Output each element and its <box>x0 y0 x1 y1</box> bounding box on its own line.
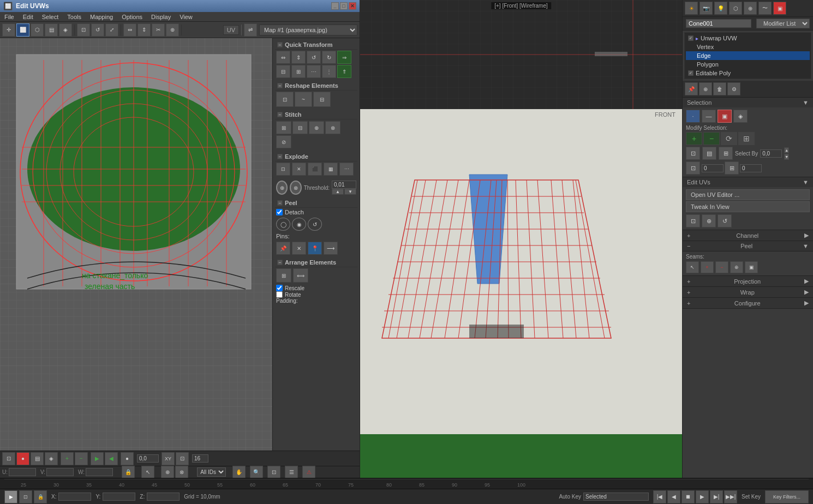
zoom-fit-btn[interactable]: ⊡ <box>267 466 280 478</box>
explode-collapse-btn[interactable]: − <box>277 154 283 159</box>
reshape-compact-btn[interactable]: ⊟ <box>313 92 331 107</box>
last-frame-btn[interactable]: ▶▶| <box>724 490 737 503</box>
uv-icon-3[interactable]: ↺ <box>718 214 732 227</box>
pointer-btn[interactable]: ↖ <box>141 466 154 478</box>
lock-btn[interactable]: 🔒 <box>122 466 135 478</box>
menu-select[interactable]: Select <box>38 13 63 21</box>
close-button[interactable]: ✕ <box>349 2 356 10</box>
ring-btn[interactable]: ⊞ <box>738 132 755 145</box>
sel-by-material-btn[interactable]: ▤ <box>702 147 716 160</box>
stitch-collapse-btn[interactable]: − <box>277 112 283 117</box>
mod-polygon[interactable]: Polygon <box>686 60 810 69</box>
pos-mode-btn[interactable]: ⊡ <box>19 490 32 503</box>
seam-btn-3[interactable]: − <box>715 261 728 273</box>
select-by-num-input[interactable] <box>760 149 782 158</box>
pin-btn-4[interactable]: ⟶ <box>324 242 338 255</box>
lock-sel-btn[interactable]: 🔒 <box>34 490 47 503</box>
edit-uvs-header[interactable]: Edit UVs ▼ <box>683 177 813 187</box>
element-mode-btn[interactable]: ◈ <box>59 23 72 37</box>
pin-btn-1[interactable]: 📌 <box>276 242 290 255</box>
explode-btn-5[interactable]: ⋯ <box>339 163 354 176</box>
sel-dot-btn[interactable]: · <box>686 110 700 123</box>
rescale-checkbox[interactable] <box>276 285 283 291</box>
pin-btn-3[interactable]: 📍 <box>308 242 322 255</box>
qt-align-h-btn[interactable]: ⇒ <box>337 51 351 64</box>
open-uv-editor-btn[interactable]: Open UV Editor ... <box>686 189 810 200</box>
break-btn[interactable]: ✂ <box>152 23 165 37</box>
snap-btn[interactable]: ⊡ <box>176 452 189 465</box>
peel-collapse-btn[interactable]: − <box>277 200 283 206</box>
element-sel-btn[interactable]: ◈ <box>45 452 58 465</box>
arrange-h-btn[interactable]: ⟺ <box>293 268 308 283</box>
qt-flip-v-btn[interactable]: ⇕ <box>291 51 306 64</box>
xy-mode-btn[interactable]: XY <box>162 452 175 465</box>
rotate-uv-btn[interactable]: ↺ <box>91 23 104 37</box>
scale-uv-btn[interactable]: ⤢ <box>105 23 118 37</box>
projection-header[interactable]: + Projection ▶ <box>683 276 813 286</box>
arrange-collapse-btn[interactable]: − <box>277 260 283 265</box>
all-ids-dropdown[interactable]: All IDs <box>197 467 226 477</box>
shrink-btn[interactable]: − <box>703 132 720 145</box>
minimize-button[interactable]: _ <box>331 2 339 10</box>
threshold-up-btn[interactable]: ▲ <box>332 189 344 195</box>
seam-btn-4[interactable]: ⊕ <box>730 261 743 273</box>
peel-header-uvw[interactable]: − Peel <box>275 199 357 208</box>
freeform-mode-btn[interactable]: ⊡ <box>77 23 90 37</box>
sel-extra-btn-2[interactable]: ⊞ <box>725 161 739 175</box>
stitch-btn-2[interactable]: ⊟ <box>292 121 308 134</box>
x-coord-input[interactable] <box>58 493 91 501</box>
threshold-down-btn[interactable]: ▼ <box>344 189 356 195</box>
qt-center-v-btn[interactable]: ⋮ <box>322 65 336 78</box>
move-tool-btn[interactable]: ✛ <box>2 23 15 37</box>
play-reverse-btn[interactable]: ◀ <box>667 490 680 503</box>
peel-main-header[interactable]: − Peel ▼ <box>683 241 813 251</box>
menu-options[interactable]: Options <box>117 13 147 21</box>
sel-by-color-btn[interactable]: ⊞ <box>719 147 733 160</box>
menu-tools[interactable]: Tools <box>63 13 86 21</box>
uv-switch-btn[interactable]: ⇌ <box>244 23 257 37</box>
configure-mod-btn[interactable]: ⚙ <box>727 82 740 95</box>
mod-editable-poly[interactable]: ✓ Editable Poly <box>686 69 810 77</box>
pin-btn-2[interactable]: ✕ <box>292 242 306 255</box>
peel-undo-btn[interactable]: ↺ <box>308 218 322 231</box>
explode-btn-4[interactable]: ▦ <box>324 163 338 176</box>
mod-vertex[interactable]: Vertex <box>686 43 810 51</box>
grow-sel-btn[interactable]: ▶ <box>91 452 104 465</box>
add-sel-btn[interactable]: + <box>61 452 74 465</box>
configure-header[interactable]: + Configure ▶ <box>683 298 813 308</box>
mirror-v-btn[interactable]: ⇕ <box>138 23 151 37</box>
object-name-input[interactable] <box>686 19 751 28</box>
seam-btn-2[interactable]: + <box>701 261 714 273</box>
peel-round-btn-1[interactable]: ◯ <box>276 218 290 231</box>
face-mode-btn[interactable]: ▤ <box>45 23 58 37</box>
sel-extra-btn-1[interactable]: ⊡ <box>686 161 700 175</box>
qt-shrink-btn[interactable]: ⊟ <box>276 65 290 78</box>
y-coord-input[interactable] <box>103 493 135 501</box>
system-btn[interactable]: ▣ <box>773 2 786 15</box>
select-mode-btn[interactable]: ⊡ <box>2 452 15 465</box>
remove-mod-btn[interactable]: 🗑 <box>713 82 726 95</box>
u-input[interactable] <box>9 468 36 476</box>
spacewarp-btn[interactable]: 〜 <box>758 2 772 15</box>
sel-num-1[interactable] <box>702 164 724 172</box>
seam-btn-1[interactable]: ↖ <box>686 261 699 273</box>
sel-num-2[interactable] <box>740 164 762 172</box>
explode-btn-1[interactable]: ⊡ <box>276 163 290 176</box>
reshape-header[interactable]: − Reshape Elements <box>275 81 357 91</box>
weld-circle-btn[interactable]: ⊕ <box>276 181 288 195</box>
helper-btn[interactable]: ⊕ <box>744 2 757 15</box>
sel-by-smooth-btn[interactable]: ⊡ <box>686 147 700 160</box>
v-input[interactable] <box>46 468 74 476</box>
menu-display[interactable]: Display <box>147 13 175 21</box>
explode-btn-2[interactable]: ✕ <box>292 163 306 176</box>
sel-line-btn[interactable]: — <box>702 110 716 123</box>
tweak-in-view-btn[interactable]: Tweak In View <box>686 201 810 212</box>
uv-icon-2[interactable]: ⊕ <box>702 214 716 227</box>
viewport-top[interactable]: [+] [Front] [Wireframe] <box>360 0 682 109</box>
sel-face-btn[interactable]: ▣ <box>718 110 732 123</box>
key-filters-btn[interactable]: Key Filters... <box>765 490 809 503</box>
num-up-btn[interactable]: ▲ <box>784 147 789 153</box>
sel-element-btn[interactable]: ◈ <box>733 110 748 123</box>
pin-stack-btn[interactable]: 📌 <box>685 82 698 95</box>
qt-rotate-neg-90-btn[interactable]: ↻ <box>322 51 336 64</box>
